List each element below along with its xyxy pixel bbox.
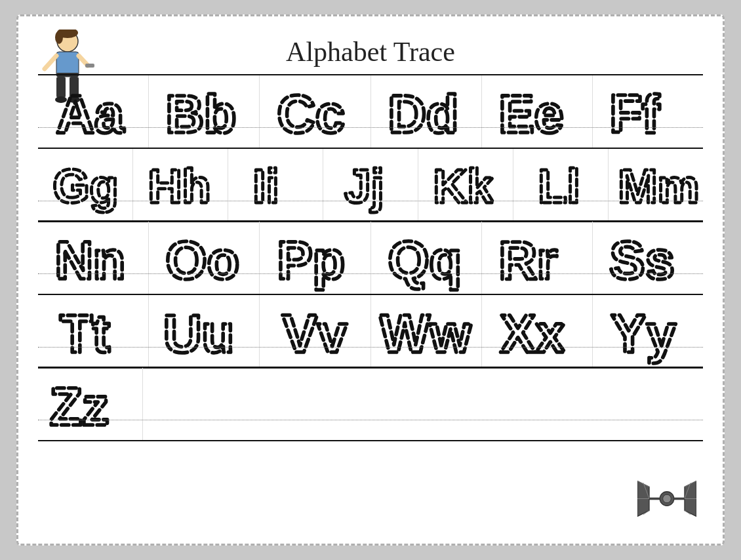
letter-cell-Zz: Zz [38, 368, 143, 440]
svg-text:Mm: Mm [618, 160, 699, 212]
letter-cell-Qq: Qq [371, 222, 482, 294]
svg-text:Xx: Xx [500, 304, 565, 363]
svg-text:Qq: Qq [388, 231, 461, 290]
svg-text:Ff: Ff [609, 85, 660, 144]
letter-cell-Ll: Ll [513, 149, 609, 221]
alphabet-section: Aa Bb Cc Dd Ee Ff Gg Hh [38, 74, 703, 441]
svg-text:Kk: Kk [433, 160, 494, 212]
letter-cell-Ii: Ii [228, 149, 323, 221]
alphabet-row-3: Nn Oo Pp Qq Rr Ss [38, 220, 703, 295]
letter-cell-Uu: Uu [149, 295, 260, 367]
svg-text:Ww: Ww [380, 304, 471, 363]
letter-cell-Oo: Oo [149, 222, 260, 294]
letter-cell-Gg: Gg [38, 149, 133, 221]
letter-cell-Bb: Bb [149, 75, 260, 148]
svg-rect-11 [85, 64, 94, 68]
letter-cell-Cc: Cc [260, 75, 370, 148]
svg-text:Ss: Ss [609, 231, 674, 290]
svg-text:Dd: Dd [388, 85, 458, 144]
svg-text:Yy: Yy [611, 304, 676, 363]
letter-cell-Nn: Nn [38, 222, 149, 294]
svg-text:Rr: Rr [498, 231, 557, 290]
svg-text:Cc: Cc [277, 85, 345, 144]
svg-text:Pp: Pp [277, 231, 345, 290]
svg-text:Gg: Gg [52, 160, 118, 212]
letter-cell-Dd: Dd [371, 75, 482, 148]
svg-text:Ee: Ee [498, 85, 563, 144]
svg-point-39 [663, 494, 671, 503]
letter-cell-Kk: Kk [418, 149, 513, 221]
svg-rect-41 [674, 498, 685, 500]
letter-cell-Jj: Jj [323, 149, 418, 221]
svg-text:Vv: Vv [282, 304, 347, 363]
letter-cell-Vv: Vv [260, 295, 370, 367]
alphabet-row-4: Tt Uu Vv Ww Xx Yy [38, 294, 703, 369]
empty-space [143, 368, 703, 440]
svg-text:Ii: Ii [252, 160, 279, 212]
alphabet-row-5: Zz [38, 367, 703, 441]
letter-cell-Pp: Pp [260, 222, 370, 294]
svg-text:Jj: Jj [344, 160, 384, 212]
svg-text:Uu: Uu [163, 304, 234, 363]
letter-cell-Hh: Hh [133, 149, 228, 221]
letter-cell-Tt: Tt [38, 295, 149, 367]
svg-text:Nn: Nn [55, 231, 126, 290]
letter-cell-Ee: Ee [482, 75, 593, 148]
page: Alphabet Trace Aa Bb Cc Dd Ee Ff [16, 14, 725, 546]
svg-text:Aa: Aa [56, 85, 125, 144]
alphabet-row-2: Gg Hh Ii Jj Kk Ll Mm [38, 148, 703, 222]
alphabet-row-1: Aa Bb Cc Dd Ee Ff [38, 74, 703, 149]
letter-cell-Yy: Yy [593, 295, 703, 367]
letter-cell-Ss: Ss [593, 222, 703, 294]
svg-text:Hh: Hh [148, 160, 210, 212]
letter-cell-Rr: Rr [482, 222, 593, 294]
letter-cell-Ww: Ww [371, 295, 482, 367]
spaceship-icon [637, 478, 696, 524]
svg-text:Oo: Oo [166, 231, 239, 290]
svg-text:Bb: Bb [166, 85, 237, 144]
svg-rect-40 [649, 498, 660, 500]
letter-cell-Ff: Ff [593, 75, 703, 148]
svg-text:Ll: Ll [538, 160, 580, 212]
letter-cell-Mm: Mm [609, 149, 703, 221]
letter-cell-Aa: Aa [38, 75, 149, 148]
page-title: Alphabet Trace [38, 36, 703, 68]
letter-cell-Xx: Xx [482, 295, 593, 367]
svg-line-9 [45, 56, 56, 69]
svg-text:Zz: Zz [50, 377, 109, 436]
svg-point-2 [55, 31, 63, 44]
svg-text:Tt: Tt [60, 304, 110, 363]
